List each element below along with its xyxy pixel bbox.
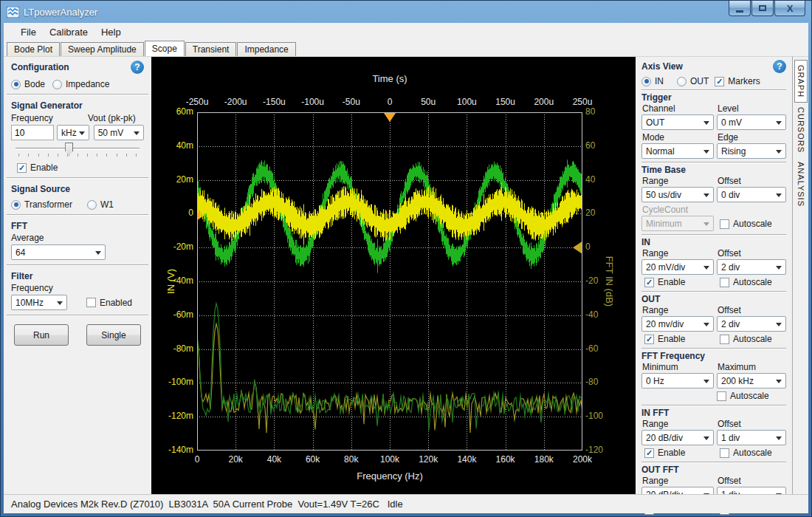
fft-tick-label: -100 xyxy=(585,411,603,421)
fft-maximum-value: 200 kHz xyxy=(721,376,754,386)
in-fft-range-value: 20 dB/div xyxy=(646,433,683,443)
tab-impedance[interactable]: Impedance xyxy=(237,42,295,56)
vout-label: Vout (pk-pk) xyxy=(88,113,136,123)
title-bar[interactable]: LTpowerAnalyzer X xyxy=(1,1,811,23)
in-offset-dropdown[interactable]: 2 div xyxy=(717,259,786,275)
w1-radio-label: W1 xyxy=(100,199,114,210)
in-fft-offset-dropdown[interactable]: 1 div xyxy=(717,430,786,445)
tab-bode-plot[interactable]: Bode Plot xyxy=(7,42,60,56)
separator xyxy=(7,315,148,316)
close-button[interactable]: X xyxy=(774,1,805,16)
trigger-channel-dropdown[interactable]: OUT xyxy=(641,114,714,130)
in-enable-checkbox[interactable]: ✓ xyxy=(644,278,654,287)
plot-area[interactable] xyxy=(197,112,582,451)
fft-frequency-autoscale-checkbox[interactable] xyxy=(717,391,726,401)
side-tab-graph[interactable]: GRAPH xyxy=(794,60,808,103)
chevron-down-icon xyxy=(776,323,782,326)
trigger-mode-dropdown[interactable]: Normal xyxy=(641,143,714,159)
in-fft-offset-label: Offset xyxy=(718,419,786,429)
in-fft-enable-checkbox[interactable]: ✓ xyxy=(644,448,654,458)
fft-maximum-dropdown[interactable]: 200 kHz xyxy=(717,373,786,388)
filter-frequency-value: 10MHz xyxy=(16,298,44,308)
markers-checkbox[interactable]: ✓ xyxy=(715,77,724,86)
chevron-down-icon xyxy=(95,251,101,255)
separator xyxy=(641,405,786,406)
filter-frequency-dropdown[interactable]: 10MHz xyxy=(11,295,67,310)
separator xyxy=(641,462,786,463)
chevron-down-icon xyxy=(776,121,782,125)
chevron-down-icon xyxy=(703,194,709,197)
chevron-down-icon xyxy=(703,436,709,440)
separator xyxy=(7,264,148,266)
vout-dropdown[interactable]: 50 mV xyxy=(94,125,144,140)
scope-graph: Time (s) Frequency (Hz) IN (V) FFT IN (d… xyxy=(151,56,636,494)
help-icon[interactable]: ? xyxy=(773,60,786,73)
trigger-mode-label: Mode xyxy=(642,132,714,143)
minimize-button[interactable] xyxy=(729,1,751,16)
out-enable-checkbox[interactable]: ✓ xyxy=(644,335,654,344)
in-fft-range-label: Range xyxy=(642,419,714,429)
transformer-radio[interactable] xyxy=(11,200,21,210)
w1-radio[interactable] xyxy=(87,200,97,210)
tab-scope[interactable]: Scope xyxy=(145,41,185,56)
minimize-icon xyxy=(736,10,743,13)
maximize-button[interactable] xyxy=(751,1,774,16)
frequency-unit-value: kHz xyxy=(61,128,77,138)
time-base-offset-dropdown[interactable]: 0 div xyxy=(717,187,786,202)
bode-radio[interactable] xyxy=(11,80,21,89)
run-button[interactable]: Run xyxy=(14,324,69,346)
fft-maximum-label: Maximum xyxy=(718,362,786,372)
frequency-unit-dropdown[interactable]: kHz xyxy=(57,125,89,140)
in-fft-autoscale-checkbox[interactable] xyxy=(720,448,729,458)
tab-transient[interactable]: Transient xyxy=(185,42,237,56)
out-header: OUT xyxy=(641,294,786,304)
time-base-range-dropdown[interactable]: 50 us/div xyxy=(641,187,714,202)
help-icon[interactable]: ? xyxy=(131,61,144,74)
in-offset-value: 2 div xyxy=(721,262,740,273)
time-tick-label: 250u xyxy=(573,97,593,107)
in-tick-label: -20m xyxy=(151,242,193,252)
time-base-autoscale-checkbox[interactable] xyxy=(720,219,729,229)
tab-sweep-amplitude[interactable]: Sweep Amplitude xyxy=(61,42,144,56)
frequency-slider[interactable] xyxy=(11,140,144,157)
side-tab-cursors[interactable]: CURSORS xyxy=(795,103,807,157)
in-tick-label: -40m xyxy=(151,275,193,286)
impedance-radio[interactable] xyxy=(52,80,62,89)
out-autoscale-checkbox[interactable] xyxy=(720,335,729,344)
single-button[interactable]: Single xyxy=(86,324,141,346)
axis-out-radio[interactable] xyxy=(677,77,687,86)
out-offset-dropdown[interactable]: 2 div xyxy=(717,316,786,332)
fft-average-dropdown[interactable]: 64 xyxy=(11,244,106,260)
out-fft-header: OUT FFT xyxy=(641,465,786,475)
in-range-value: 20 mV/div xyxy=(646,262,685,273)
separator xyxy=(641,291,786,292)
out-enable-label: Enable xyxy=(658,334,685,344)
chevron-down-icon xyxy=(703,150,709,154)
menu-item-help[interactable]: Help xyxy=(94,24,128,40)
in-enable-label: Enable xyxy=(658,277,685,287)
trigger-level-dropdown[interactable]: 0 mV xyxy=(717,114,786,130)
signal-generator-enable-checkbox[interactable]: ✓ xyxy=(17,163,27,173)
filter-enabled-checkbox[interactable] xyxy=(86,298,96,307)
cyclecount-dropdown: Minimum xyxy=(641,216,714,231)
time-axis-title: Time (s) xyxy=(372,73,407,84)
cyclecount-label: CycleCount xyxy=(642,205,714,215)
chevron-down-icon xyxy=(776,380,782,383)
trigger-edge-dropdown[interactable]: Rising xyxy=(717,143,786,159)
menu-item-file[interactable]: File xyxy=(14,24,43,40)
maximize-icon xyxy=(759,5,766,11)
slider-ticks xyxy=(14,151,141,157)
menu-item-calibrate[interactable]: Calibrate xyxy=(43,24,94,40)
side-tab-strip: GRAPH CURSORS ANALYSIS xyxy=(792,56,808,494)
frequency-axis-title: Frequency (Hz) xyxy=(357,470,423,482)
in-fft-range-dropdown[interactable]: 20 dB/div xyxy=(641,430,714,445)
axis-in-radio[interactable] xyxy=(641,77,651,86)
out-range-dropdown[interactable]: 20 mv/div xyxy=(641,316,714,332)
in-range-dropdown[interactable]: 20 mV/div xyxy=(641,259,714,275)
fft-minimum-dropdown[interactable]: 0 Hz xyxy=(641,373,714,388)
chevron-down-icon xyxy=(57,301,63,305)
chevron-down-icon xyxy=(776,436,782,440)
in-autoscale-checkbox[interactable] xyxy=(720,278,729,287)
frequency-input[interactable] xyxy=(11,125,54,140)
side-tab-analysis[interactable]: ANALYSIS xyxy=(795,157,807,211)
